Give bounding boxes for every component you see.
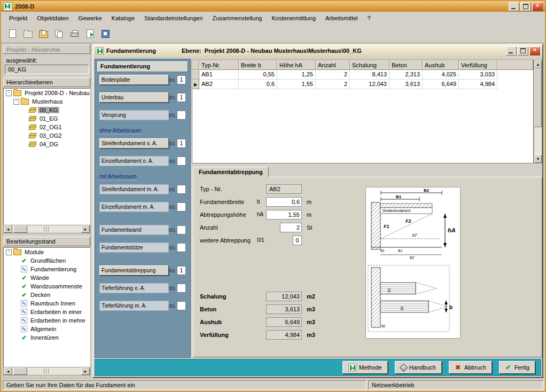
table-row[interactable]: AB2 0,6 1,55 2 12,043 3,613 6,649 4,984 xyxy=(192,80,533,89)
menu-item[interactable]: Arbeitsmittel xyxy=(321,13,363,23)
module-item[interactable]: Innentüren xyxy=(4,333,90,342)
module-item-label[interactable]: Fundamentierung xyxy=(29,266,78,272)
cell-anzahl[interactable]: 2 xyxy=(316,80,350,89)
scroll-track[interactable] xyxy=(12,225,81,233)
hierarchy-tree-hscrollbar[interactable] xyxy=(3,225,90,233)
menu-item[interactable]: Objektdaten xyxy=(32,13,73,23)
tree-item[interactable]: 01_EG xyxy=(4,114,90,123)
table-vscrollbar[interactable] xyxy=(534,60,542,163)
column-header[interactable]: Schalung xyxy=(350,60,389,70)
tree-item[interactable]: 02_OG1 xyxy=(4,123,90,131)
cell-beton[interactable]: 3,613 xyxy=(389,80,423,89)
sidebar-item-button[interactable]: Unterbau xyxy=(99,92,169,103)
menu-item[interactable]: Zusammenstellung xyxy=(208,13,267,23)
tree-item-label[interactable]: 01_EG xyxy=(38,115,59,122)
scroll-thumb[interactable] xyxy=(13,367,27,375)
field-input[interactable]: 0,6 xyxy=(266,197,302,207)
close-button[interactable] xyxy=(532,2,543,11)
cell-anzahl[interactable]: 2 xyxy=(316,70,350,80)
restore-button[interactable] xyxy=(520,2,531,11)
module-item[interactable]: Wandzusammenste xyxy=(4,282,90,291)
tree-item[interactable]: Musterhaus xyxy=(4,97,90,106)
sidebar-item-value[interactable]: 1 xyxy=(177,75,186,84)
fertig-button[interactable]: Fertig xyxy=(499,361,535,374)
tab-fundamentabtreppung[interactable]: Fundamentabtreppung xyxy=(193,167,269,177)
sidebar-item-button[interactable]: Einzelfundament o. A. xyxy=(99,156,169,166)
column-header[interactable]: Verfüllung xyxy=(459,60,497,70)
cell-schalung[interactable]: 8,413 xyxy=(350,70,389,80)
minimize-button[interactable] xyxy=(509,2,519,11)
abbruch-button[interactable]: Abbruch xyxy=(449,361,492,374)
tree-item-label[interactable]: 04_DG xyxy=(38,141,60,147)
module-item-label[interactable]: Erdarbeiten in mehre xyxy=(29,317,87,324)
module-item-label[interactable]: Innentüren xyxy=(29,334,60,341)
field-input[interactable]: 2 xyxy=(280,223,302,232)
column-header[interactable]: Aushub xyxy=(423,60,459,70)
scroll-left-icon[interactable] xyxy=(4,225,12,233)
cell-hoehe[interactable]: 1,55 xyxy=(277,80,316,89)
module-restore-button[interactable] xyxy=(518,46,528,56)
sidebar-item-button[interactable]: Tieferführung o. A. xyxy=(99,283,169,293)
scroll-thumb[interactable] xyxy=(13,225,27,233)
column-header[interactable]: Typ-Nr. xyxy=(199,60,239,70)
export-icon[interactable] xyxy=(83,27,97,40)
cell-schalung[interactable]: 12,043 xyxy=(350,80,389,89)
menu-item[interactable]: Projekt xyxy=(4,13,32,23)
sidebar-item-value[interactable]: 1 xyxy=(177,139,186,148)
cell-hoehe[interactable]: 1,25 xyxy=(277,70,316,80)
module-item-label[interactable]: Grundflächen xyxy=(29,257,67,264)
module-item-label[interactable]: Allgemein xyxy=(29,326,58,332)
module-item[interactable]: Fundamentierung xyxy=(4,265,90,273)
module-item-label[interactable]: Wände xyxy=(29,275,51,281)
cell-typ[interactable]: AB1 xyxy=(199,70,239,80)
module-item-label[interactable]: Module xyxy=(23,249,45,255)
tree-item-label[interactable]: Projekt 2008-D - Neubau xyxy=(23,90,90,96)
tree-item-label[interactable]: 02_OG1 xyxy=(38,124,64,130)
tree-item-label[interactable]: Musterhaus xyxy=(30,98,64,105)
scroll-left-icon[interactable] xyxy=(4,367,12,375)
splitter-grip-icon[interactable] xyxy=(44,226,50,232)
scroll-right-icon[interactable] xyxy=(81,225,90,233)
menu-item[interactable]: Kostenermittlung xyxy=(267,13,321,23)
module-item-label[interactable]: Erdarbeiten in einer xyxy=(29,309,83,315)
module-close-button[interactable] xyxy=(529,46,540,56)
cell-beton[interactable]: 2,313 xyxy=(389,70,423,80)
tree-item[interactable]: 00_KG xyxy=(4,106,90,114)
cell-aushub[interactable]: 4,025 xyxy=(423,70,459,80)
sidebar-item-value[interactable]: 1 xyxy=(177,266,186,275)
scroll-up-icon[interactable] xyxy=(534,60,542,68)
scroll-track[interactable] xyxy=(12,367,81,375)
print-icon[interactable] xyxy=(67,27,81,40)
column-header[interactable]: Beton xyxy=(389,60,423,70)
main-titlebar[interactable]: 2008-D xyxy=(1,1,545,12)
sidebar-item-button[interactable]: Fundamentwand xyxy=(99,225,169,235)
sidebar-item-value[interactable] xyxy=(177,111,186,120)
module-item-label[interactable]: Wandzusammenste xyxy=(29,283,84,289)
column-header[interactable]: Höhe hA xyxy=(277,60,316,70)
sidebar-item-button[interactable]: Streifenfundament m. A. xyxy=(99,184,169,194)
tree-expander-icon[interactable] xyxy=(6,90,12,96)
tree-expander-icon[interactable] xyxy=(6,249,12,255)
handbuch-button[interactable]: Handbuch xyxy=(395,361,442,374)
module-item-label[interactable]: Raumbuch Innen xyxy=(29,300,77,307)
tree-item[interactable]: 04_DG xyxy=(4,140,90,148)
tree-item-label[interactable]: 00_KG xyxy=(38,107,59,113)
field-input[interactable]: 1,55 xyxy=(266,210,302,219)
module-item-label[interactable]: Decken xyxy=(29,292,52,298)
sidebar-item-button[interactable]: Versprung xyxy=(99,110,169,120)
cell-breite[interactable]: 0,55 xyxy=(239,70,277,80)
methode-button[interactable]: Methode xyxy=(342,361,388,374)
module-window-titlebar[interactable]: Fundamentierung Ebene: Projekt 2008-D - … xyxy=(93,45,542,57)
sidebar-item-button[interactable]: Bodenplatte xyxy=(99,75,169,85)
sidebar-item-button[interactable]: Streifenfundament o. A. xyxy=(99,138,169,148)
module-item[interactable]: Allgemein xyxy=(4,325,90,333)
cell-verfuellung[interactable]: 4,984 xyxy=(459,80,497,89)
sidebar-item-value[interactable] xyxy=(177,284,186,293)
module-item[interactable]: Decken xyxy=(4,291,90,299)
sidebar-item-value[interactable] xyxy=(177,185,186,194)
tree-item[interactable]: Projekt 2008-D - Neubau xyxy=(4,89,90,97)
cell-verfuellung[interactable]: 3,033 xyxy=(459,70,497,80)
cell-aushub[interactable]: 6,649 xyxy=(423,80,459,89)
menu-item[interactable]: Kataloge xyxy=(107,13,139,23)
tree-item[interactable]: 03_OG2 xyxy=(4,131,90,140)
